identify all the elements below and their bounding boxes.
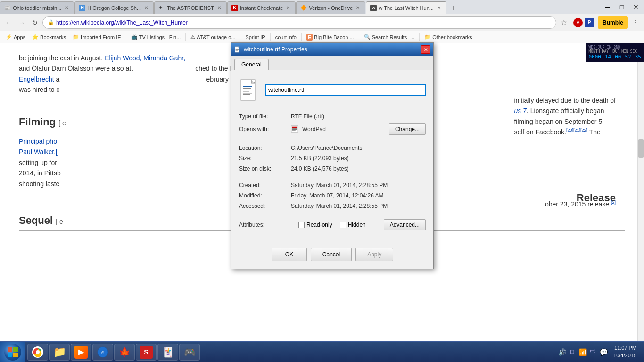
- wordpad-icon: [291, 125, 298, 133]
- accessed-label: Accessed:: [239, 203, 291, 209]
- dialog-title: witchoutline.rtf Properties: [244, 46, 418, 53]
- taskbar-wps[interactable]: S: [136, 344, 157, 361]
- created-value: Saturday, March 01, 2014, 2:28:55 PM: [291, 182, 426, 189]
- size-on-disk-value: 24.0 KB (24,576 bytes): [291, 165, 426, 172]
- created-row: Created: Saturday, March 01, 2014, 2:28:…: [239, 182, 426, 189]
- ie-icon: e: [96, 346, 109, 359]
- security-icon[interactable]: 🛡: [589, 348, 597, 356]
- separator1: [239, 108, 426, 108]
- filename-input[interactable]: [265, 84, 426, 96]
- svg-rect-15: [292, 127, 297, 128]
- size-row: Size: 21.5 KB (22,093 bytes): [239, 155, 426, 162]
- svg-rect-16: [292, 128, 297, 129]
- hidden-checkbox-label[interactable]: Hidden: [340, 222, 366, 228]
- svg-rect-17: [292, 129, 297, 130]
- network-icon[interactable]: 📶: [578, 348, 587, 356]
- hidden-checkbox[interactable]: [340, 222, 346, 228]
- system-time: 11:07 PM 10/4/2015: [610, 345, 640, 359]
- dialog-tabs: General: [231, 56, 433, 70]
- modified-label: Modified:: [239, 192, 291, 199]
- file-properties-dialog: witchoutline.rtf Properties ✕ General: [231, 42, 434, 269]
- dialog-overlay: witchoutline.rtf Properties ✕ General: [0, 0, 644, 362]
- opens-label: Opens with:: [239, 126, 291, 132]
- readonly-checkbox[interactable]: [298, 222, 305, 228]
- dialog-tab-general[interactable]: General: [234, 59, 269, 70]
- time-display: 11:07 PM: [613, 345, 636, 352]
- dialog-titlebar: witchoutline.rtf Properties ✕: [231, 43, 433, 56]
- dialog-body: Type of file: RTF File (.rtf) Opens with…: [231, 70, 433, 242]
- maplestory-icon: 🍁: [118, 346, 131, 359]
- location-value: C:\Users\Patrice\Documents: [291, 145, 426, 151]
- taskbar-chrome[interactable]: [27, 344, 48, 361]
- size-value: 21.5 KB (22,093 bytes): [291, 155, 426, 162]
- opens-content: WordPad Change...: [291, 123, 426, 135]
- svg-rect-20: [13, 347, 18, 352]
- svg-text:e: e: [101, 348, 104, 355]
- file-header: [239, 78, 426, 102]
- modified-value: Friday, March 07, 2014, 12:04:26 AM: [291, 192, 426, 199]
- app2-icon: 🎮: [183, 346, 196, 359]
- location-row: Location: C:\Users\Patrice\Documents: [239, 145, 426, 151]
- svg-rect-4: [236, 50, 238, 51]
- dialog-close-button[interactable]: ✕: [421, 45, 430, 54]
- created-label: Created:: [239, 182, 291, 189]
- readonly-checkbox-label[interactable]: Read-only: [298, 222, 332, 228]
- svg-rect-18: [292, 130, 296, 131]
- taskbar: 📁 ▶ e 🍁 S 🃏 🎮: [0, 341, 644, 362]
- svg-rect-21: [8, 353, 12, 357]
- svg-rect-9: [243, 88, 251, 89]
- type-value: RTF File (.rtf): [291, 113, 426, 120]
- solitaire-icon: 🃏: [161, 346, 174, 359]
- display-icon[interactable]: 🖥: [568, 348, 577, 356]
- size-on-disk-label: Size on disk:: [239, 165, 291, 172]
- separator3: [239, 177, 426, 177]
- taskbar-solitaire[interactable]: 🃏: [157, 344, 178, 361]
- rtf-file-icon: [240, 79, 259, 101]
- apply-button[interactable]: Apply: [355, 248, 393, 261]
- taskbar-maplestory[interactable]: 🍁: [114, 344, 135, 361]
- size-on-disk-row: Size on disk: 24.0 KB (24,576 bytes): [239, 165, 426, 172]
- start-button[interactable]: [0, 342, 25, 362]
- volume-icon[interactable]: 🔊: [558, 348, 566, 356]
- cancel-button[interactable]: Cancel: [311, 248, 352, 261]
- svg-rect-2: [236, 49, 239, 49]
- change-button[interactable]: Change...: [389, 123, 426, 135]
- svg-rect-11: [243, 91, 249, 92]
- file-icon-wrapper: [239, 78, 260, 102]
- opens-app-name: WordPad: [302, 126, 385, 132]
- taskbar-media[interactable]: ▶: [71, 344, 91, 361]
- accessed-value: Saturday, March 01, 2014, 2:28:55 PM: [291, 203, 426, 209]
- svg-rect-19: [8, 347, 12, 352]
- system-tray: 🔊 🖥 📶 🛡 💬 11:07 PM 10/4/2015: [554, 345, 644, 359]
- action-center-icon[interactable]: 💬: [599, 348, 608, 356]
- svg-rect-8: [243, 86, 252, 87]
- hidden-label: Hidden: [348, 222, 366, 228]
- media-icon: ▶: [74, 346, 88, 359]
- file-title-icon: [234, 46, 241, 53]
- separator4: [239, 214, 426, 214]
- dialog-footer: OK Cancel Apply: [231, 242, 433, 269]
- accessed-row: Accessed: Saturday, March 01, 2014, 2:28…: [239, 203, 426, 209]
- chrome-icon: [31, 346, 44, 359]
- svg-rect-13: [243, 94, 250, 95]
- attributes-row: Attributes: Read-only Hidden Advanced...: [239, 219, 426, 230]
- date-display: 10/4/2015: [613, 352, 636, 359]
- svg-rect-3: [236, 49, 239, 50]
- opens-with-row: Opens with: WordPad Change...: [239, 123, 426, 135]
- ok-button[interactable]: OK: [272, 248, 307, 261]
- type-label: Type of file:: [239, 113, 291, 120]
- svg-rect-12: [243, 93, 252, 94]
- taskbar-explorer[interactable]: 📁: [49, 344, 70, 361]
- readonly-label: Read-only: [306, 222, 332, 228]
- wps-icon: S: [140, 346, 153, 359]
- taskbar-ie[interactable]: e: [92, 344, 113, 361]
- attributes-label: Attributes:: [239, 222, 291, 228]
- taskbar-items: 📁 ▶ e 🍁 S 🃏 🎮: [25, 344, 554, 361]
- advanced-button[interactable]: Advanced...: [384, 219, 426, 230]
- taskbar-app2[interactable]: 🎮: [179, 344, 200, 361]
- start-orb: [4, 344, 21, 361]
- svg-rect-10: [243, 90, 252, 90]
- explorer-icon: 📁: [53, 346, 66, 359]
- modified-row: Modified: Friday, March 07, 2014, 12:04:…: [239, 192, 426, 199]
- type-row: Type of file: RTF File (.rtf): [239, 113, 426, 120]
